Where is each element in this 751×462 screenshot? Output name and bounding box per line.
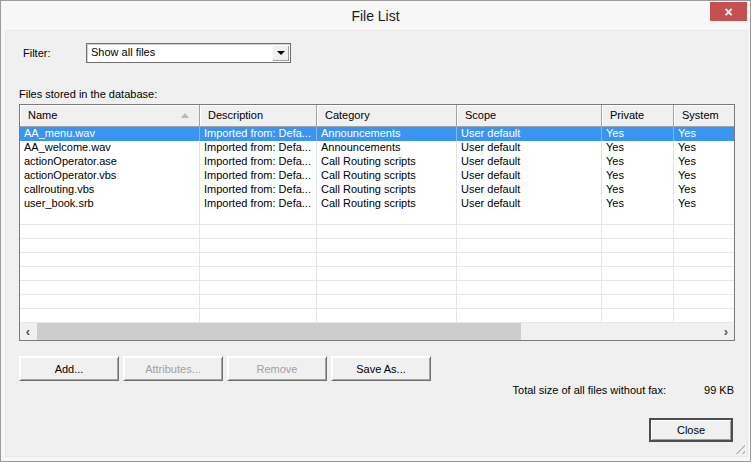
column-header-private[interactable]: Private <box>602 105 674 127</box>
cell-description: Imported from: Defa... <box>200 197 317 211</box>
cell-private: Yes <box>602 141 674 155</box>
column-header-label: Name <box>28 109 57 121</box>
cell-name: actionOperator.vbs <box>20 169 200 183</box>
empty-table-row <box>20 253 734 267</box>
file-list-table: NameDescriptionCategoryScopePrivateSyste… <box>19 104 735 341</box>
table-row[interactable]: AA_welcome.wavImported from: Defa...Anno… <box>20 141 734 155</box>
cell-category: Announcements <box>317 141 457 155</box>
combobox-dropdown-button[interactable] <box>272 45 289 61</box>
empty-cell <box>20 239 200 253</box>
column-header-label: Description <box>208 109 263 121</box>
attributes-button[interactable]: Attributes... <box>123 356 223 381</box>
cell-system: Yes <box>674 127 734 141</box>
empty-cell <box>674 309 734 323</box>
table-row[interactable]: actionOperator.aseImported from: Defa...… <box>20 155 734 169</box>
empty-cell <box>317 309 457 323</box>
titlebar-close-button[interactable]: × <box>710 2 747 21</box>
save-as-button[interactable]: Save As... <box>331 356 431 381</box>
empty-cell <box>20 253 200 267</box>
table-row[interactable]: AA_menu.wavImported from: Defa...Announc… <box>20 127 734 141</box>
column-header-category[interactable]: Category <box>317 105 457 127</box>
resize-grip-icon[interactable] <box>732 441 745 454</box>
horizontal-scrollbar[interactable]: ‹ › <box>20 323 734 340</box>
cell-private: Yes <box>602 183 674 197</box>
table-row[interactable]: callrouting.vbsImported from: Defa...Cal… <box>20 183 734 197</box>
empty-cell <box>200 211 317 225</box>
empty-table-row <box>20 295 734 309</box>
empty-cell <box>674 239 734 253</box>
empty-cell <box>20 309 200 323</box>
cell-name: AA_menu.wav <box>20 127 200 141</box>
column-header-name[interactable]: Name <box>20 105 200 127</box>
cell-private: Yes <box>602 127 674 141</box>
total-size-value: 99 KB <box>666 384 734 396</box>
chevron-down-icon <box>277 51 285 59</box>
cell-description: Imported from: Defa... <box>200 141 317 155</box>
remove-button[interactable]: Remove <box>227 356 327 381</box>
window-title: File List <box>1 1 750 31</box>
empty-cell <box>317 295 457 309</box>
cell-scope: User default <box>457 141 602 155</box>
chevron-left-icon: ‹ <box>26 324 30 339</box>
empty-cell <box>317 211 457 225</box>
column-header-system[interactable]: System <box>674 105 734 127</box>
cell-scope: User default <box>457 197 602 211</box>
empty-cell <box>200 267 317 281</box>
cell-category: Call Routing scripts <box>317 155 457 169</box>
empty-cell <box>20 295 200 309</box>
empty-table-row <box>20 225 734 239</box>
empty-cell <box>457 211 602 225</box>
empty-cell <box>457 309 602 323</box>
close-icon: × <box>724 5 732 19</box>
cell-scope: User default <box>457 169 602 183</box>
scroll-left-button[interactable]: ‹ <box>20 323 36 340</box>
empty-cell <box>200 295 317 309</box>
cell-category: Call Routing scripts <box>317 169 457 183</box>
cell-system: Yes <box>674 183 734 197</box>
column-header-description[interactable]: Description <box>200 105 317 127</box>
column-header-label: System <box>682 109 719 121</box>
cell-description: Imported from: Defa... <box>200 183 317 197</box>
table-row[interactable]: actionOperator.vbsImported from: Defa...… <box>20 169 734 183</box>
table-header: NameDescriptionCategoryScopePrivateSyste… <box>20 105 734 127</box>
add-button[interactable]: Add... <box>19 356 119 381</box>
empty-cell <box>674 211 734 225</box>
filter-combobox[interactable]: Show all files <box>86 43 291 63</box>
scrollbar-thumb[interactable] <box>37 323 521 340</box>
empty-cell <box>602 281 674 295</box>
empty-cell <box>457 281 602 295</box>
action-button-row: Add...Attributes...RemoveSave As... <box>19 356 431 381</box>
dialog-window: File List × Filter: Show all files Files… <box>0 0 751 462</box>
cell-system: Yes <box>674 169 734 183</box>
cell-private: Yes <box>602 169 674 183</box>
table-row[interactable]: user_book.srbImported from: Defa...Call … <box>20 197 734 211</box>
cell-description: Imported from: Defa... <box>200 155 317 169</box>
chevron-right-icon: › <box>724 324 728 339</box>
total-size-label: Total size of all files without fax: <box>513 384 666 396</box>
cell-private: Yes <box>602 197 674 211</box>
empty-cell <box>602 211 674 225</box>
cell-system: Yes <box>674 141 734 155</box>
cell-category: Announcements <box>317 127 457 141</box>
column-header-label: Scope <box>465 109 496 121</box>
cell-scope: User default <box>457 127 602 141</box>
empty-cell <box>317 281 457 295</box>
column-header-label: Category <box>325 109 370 121</box>
cell-category: Call Routing scripts <box>317 183 457 197</box>
empty-table-row <box>20 309 734 323</box>
empty-cell <box>200 239 317 253</box>
empty-cell <box>200 309 317 323</box>
filter-label: Filter: <box>23 47 51 59</box>
scroll-right-button[interactable]: › <box>718 323 734 340</box>
sort-ascending-icon <box>181 113 189 118</box>
cell-category: Call Routing scripts <box>317 197 457 211</box>
empty-table-row <box>20 239 734 253</box>
cell-name: actionOperator.ase <box>20 155 200 169</box>
empty-cell <box>200 281 317 295</box>
empty-cell <box>317 253 457 267</box>
empty-cell <box>317 225 457 239</box>
close-button[interactable]: Close <box>649 418 733 442</box>
empty-cell <box>457 253 602 267</box>
empty-cell <box>674 225 734 239</box>
column-header-scope[interactable]: Scope <box>457 105 602 127</box>
